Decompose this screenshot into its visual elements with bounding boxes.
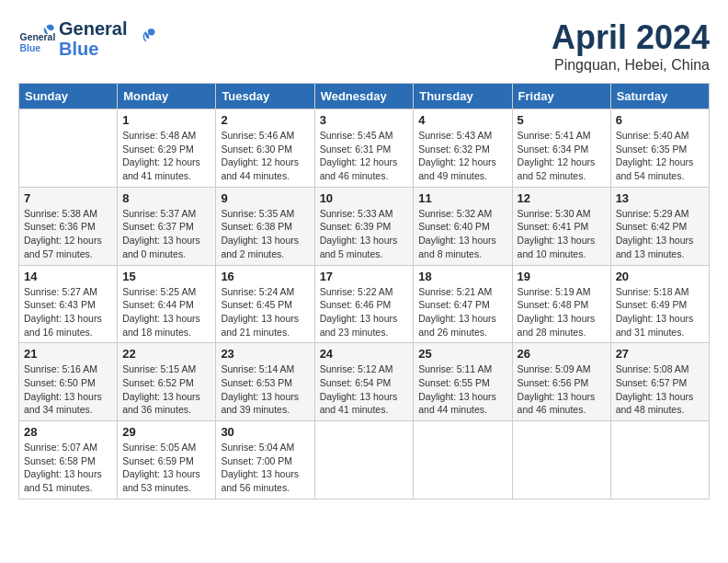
day-cell: 2Sunrise: 5:46 AMSunset: 6:30 PMDaylight…	[216, 109, 314, 188]
week-row-3: 14Sunrise: 5:27 AMSunset: 6:43 PMDayligh…	[19, 265, 710, 343]
day-info: Sunrise: 5:12 AMSunset: 6:54 PMDaylight:…	[320, 362, 409, 417]
svg-text:Blue: Blue	[20, 43, 41, 53]
day-number: 22	[122, 347, 210, 361]
week-row-5: 28Sunrise: 5:07 AMSunset: 6:58 PMDayligh…	[19, 421, 710, 500]
day-cell: 24Sunrise: 5:12 AMSunset: 6:54 PMDayligh…	[314, 343, 414, 421]
day-cell	[414, 421, 512, 500]
day-info: Sunrise: 5:43 AMSunset: 6:32 PMDaylight:…	[418, 129, 506, 183]
day-cell: 20Sunrise: 5:18 AMSunset: 6:49 PMDayligh…	[610, 265, 709, 343]
day-number: 8	[122, 191, 210, 205]
day-cell: 22Sunrise: 5:15 AMSunset: 6:52 PMDayligh…	[118, 343, 216, 421]
day-number: 28	[24, 425, 112, 439]
logo-text: General Blue	[59, 18, 127, 59]
day-number: 18	[418, 270, 506, 283]
day-info: Sunrise: 5:38 AMSunset: 6:36 PMDaylight:…	[24, 207, 112, 261]
day-cell: 5Sunrise: 5:41 AMSunset: 6:34 PMDaylight…	[512, 109, 610, 188]
day-cell	[610, 421, 709, 500]
day-cell: 3Sunrise: 5:45 AMSunset: 6:31 PMDaylight…	[314, 109, 414, 188]
day-info: Sunrise: 5:29 AMSunset: 6:42 PMDaylight:…	[616, 207, 704, 261]
day-number: 23	[221, 347, 309, 361]
day-info: Sunrise: 5:14 AMSunset: 6:53 PMDaylight:…	[221, 362, 309, 417]
svg-text:General: General	[20, 32, 55, 42]
day-info: Sunrise: 5:08 AMSunset: 6:57 PMDaylight:…	[616, 362, 704, 417]
day-number: 19	[518, 270, 606, 283]
weekday-header-wednesday: Wednesday	[314, 84, 414, 109]
day-cell: 13Sunrise: 5:29 AMSunset: 6:42 PMDayligh…	[610, 187, 709, 265]
day-number: 15	[122, 270, 210, 283]
day-number: 10	[320, 191, 409, 205]
day-number: 21	[24, 347, 112, 361]
day-info: Sunrise: 5:04 AMSunset: 7:00 PMDaylight:…	[221, 441, 309, 495]
calendar-table: SundayMondayTuesdayWednesdayThursdayFrid…	[18, 83, 710, 500]
day-info: Sunrise: 5:07 AMSunset: 6:58 PMDaylight:…	[24, 441, 112, 495]
day-number: 9	[221, 191, 309, 205]
day-info: Sunrise: 5:05 AMSunset: 6:59 PMDaylight:…	[122, 441, 210, 495]
day-info: Sunrise: 5:19 AMSunset: 6:48 PMDaylight:…	[518, 285, 606, 339]
day-info: Sunrise: 5:16 AMSunset: 6:50 PMDaylight:…	[24, 362, 112, 417]
weekday-header-friday: Friday	[512, 84, 610, 109]
day-info: Sunrise: 5:35 AMSunset: 6:38 PMDaylight:…	[221, 207, 309, 261]
location: Pingquan, Hebei, China	[552, 57, 710, 74]
day-number: 2	[221, 113, 309, 127]
day-cell	[19, 109, 118, 188]
day-cell: 26Sunrise: 5:09 AMSunset: 6:56 PMDayligh…	[512, 343, 610, 421]
day-number: 4	[418, 113, 506, 127]
day-info: Sunrise: 5:40 AMSunset: 6:35 PMDaylight:…	[616, 129, 704, 183]
day-cell: 6Sunrise: 5:40 AMSunset: 6:35 PMDaylight…	[610, 109, 709, 188]
day-info: Sunrise: 5:18 AMSunset: 6:49 PMDaylight:…	[616, 285, 704, 339]
day-number: 26	[518, 347, 606, 361]
weekday-header-tuesday: Tuesday	[216, 84, 314, 109]
day-cell: 23Sunrise: 5:14 AMSunset: 6:53 PMDayligh…	[216, 343, 314, 421]
day-number: 6	[616, 113, 704, 127]
day-cell	[314, 421, 414, 500]
day-cell: 21Sunrise: 5:16 AMSunset: 6:50 PMDayligh…	[19, 343, 118, 421]
logo-icon: General Blue	[18, 20, 55, 57]
day-cell: 27Sunrise: 5:08 AMSunset: 6:57 PMDayligh…	[610, 343, 709, 421]
logo-general: General	[59, 18, 127, 39]
day-info: Sunrise: 5:25 AMSunset: 6:44 PMDaylight:…	[122, 285, 210, 339]
day-cell: 12Sunrise: 5:30 AMSunset: 6:41 PMDayligh…	[512, 187, 610, 265]
day-number: 1	[122, 113, 210, 127]
day-info: Sunrise: 5:45 AMSunset: 6:31 PMDaylight:…	[320, 129, 409, 183]
day-cell: 28Sunrise: 5:07 AMSunset: 6:58 PMDayligh…	[19, 421, 118, 500]
day-number: 24	[320, 347, 409, 361]
day-cell: 8Sunrise: 5:37 AMSunset: 6:37 PMDaylight…	[118, 187, 216, 265]
weekday-header-sunday: Sunday	[19, 84, 118, 109]
week-row-1: 1Sunrise: 5:48 AMSunset: 6:29 PMDaylight…	[19, 109, 710, 188]
day-cell: 25Sunrise: 5:11 AMSunset: 6:55 PMDayligh…	[414, 343, 512, 421]
day-cell: 18Sunrise: 5:21 AMSunset: 6:47 PMDayligh…	[414, 265, 512, 343]
day-info: Sunrise: 5:11 AMSunset: 6:55 PMDaylight:…	[418, 362, 506, 417]
day-number: 29	[122, 425, 210, 439]
day-info: Sunrise: 5:46 AMSunset: 6:30 PMDaylight:…	[221, 129, 309, 183]
day-cell: 11Sunrise: 5:32 AMSunset: 6:40 PMDayligh…	[414, 187, 512, 265]
day-number: 12	[518, 191, 606, 205]
day-cell: 10Sunrise: 5:33 AMSunset: 6:39 PMDayligh…	[314, 187, 414, 265]
month-title: April 2024	[552, 18, 710, 57]
day-info: Sunrise: 5:30 AMSunset: 6:41 PMDaylight:…	[518, 207, 606, 261]
day-cell: 4Sunrise: 5:43 AMSunset: 6:32 PMDaylight…	[414, 109, 512, 188]
day-info: Sunrise: 5:27 AMSunset: 6:43 PMDaylight:…	[24, 285, 112, 339]
day-number: 16	[221, 270, 309, 283]
week-row-4: 21Sunrise: 5:16 AMSunset: 6:50 PMDayligh…	[19, 343, 710, 421]
day-info: Sunrise: 5:24 AMSunset: 6:45 PMDaylight:…	[221, 285, 309, 339]
day-info: Sunrise: 5:21 AMSunset: 6:47 PMDaylight:…	[418, 285, 506, 339]
day-number: 5	[518, 113, 606, 127]
logo: General Blue General Blue	[18, 18, 156, 59]
day-number: 20	[616, 270, 704, 283]
day-cell: 9Sunrise: 5:35 AMSunset: 6:38 PMDaylight…	[216, 187, 314, 265]
day-cell: 1Sunrise: 5:48 AMSunset: 6:29 PMDaylight…	[118, 109, 216, 188]
day-info: Sunrise: 5:32 AMSunset: 6:40 PMDaylight:…	[418, 207, 506, 261]
bird-icon	[131, 26, 156, 52]
day-cell: 14Sunrise: 5:27 AMSunset: 6:43 PMDayligh…	[19, 265, 118, 343]
day-number: 30	[221, 425, 309, 439]
day-number: 27	[616, 347, 704, 361]
day-number: 17	[320, 270, 409, 283]
day-cell: 17Sunrise: 5:22 AMSunset: 6:46 PMDayligh…	[314, 265, 414, 343]
weekday-header-row: SundayMondayTuesdayWednesdayThursdayFrid…	[19, 84, 710, 109]
title-block: April 2024 Pingquan, Hebei, China	[552, 18, 710, 74]
weekday-header-saturday: Saturday	[610, 84, 709, 109]
day-cell	[512, 421, 610, 500]
day-info: Sunrise: 5:09 AMSunset: 6:56 PMDaylight:…	[518, 362, 606, 417]
logo-blue: Blue	[59, 39, 127, 59]
day-info: Sunrise: 5:37 AMSunset: 6:37 PMDaylight:…	[122, 207, 210, 261]
